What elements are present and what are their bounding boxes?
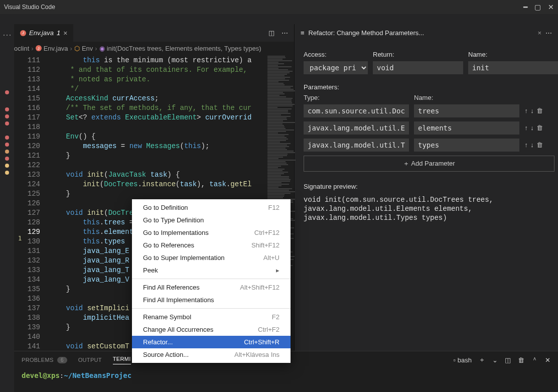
param-header-name: Name: <box>414 94 519 101</box>
context-menu-item[interactable]: Change All OccurrencesCtrl+F2 <box>132 323 291 336</box>
access-label: Access: <box>304 51 368 58</box>
new-terminal-icon[interactable]: ＋ <box>479 355 485 364</box>
delete-icon[interactable]: 🗑 <box>536 124 543 132</box>
diagnostic-dot <box>5 107 9 111</box>
tab-bar: J Env.java 1 × ◫ ⋯ <box>14 24 294 42</box>
window-controls: ━ ▢ ✕ <box>523 3 554 11</box>
more-icon[interactable]: ⋯ <box>282 29 288 37</box>
param-row: ↑↓🗑 <box>304 139 549 152</box>
diagnostic-dot <box>5 136 9 140</box>
tab-env-java[interactable]: J Env.java 1 × <box>14 24 73 42</box>
breadcrumb-item[interactable]: Env <box>82 45 93 52</box>
minimize-icon[interactable]: ━ <box>523 3 527 11</box>
breadcrumb-item[interactable]: Env.java <box>44 45 68 52</box>
delete-icon[interactable]: 🗑 <box>536 142 543 149</box>
signature-preview: void init(com.sun.source.util.DocTrees t… <box>304 195 549 222</box>
move-up-icon[interactable]: ↑ <box>524 124 528 132</box>
context-menu-item[interactable]: Go to DefinitionF12 <box>132 201 291 214</box>
dropdown-icon[interactable]: ⌄ <box>492 356 498 364</box>
breadcrumb-item[interactable]: init(DocTrees trees, Elements elements, … <box>107 45 261 52</box>
close-icon[interactable]: × <box>537 29 541 37</box>
more-icon[interactable]: ⋯ <box>3 29 12 40</box>
plus-icon: ＋ <box>403 160 409 167</box>
split-terminal-icon[interactable]: ◫ <box>505 356 511 364</box>
line-numbers: 1111121131141151161171181191201211221231… <box>14 55 49 392</box>
terminal-name[interactable]: ▫ bash <box>454 356 472 364</box>
name-label: Name: <box>468 51 558 58</box>
context-menu-item[interactable]: Rename SymbolF2 <box>132 311 291 323</box>
param-header-type: Type: <box>304 94 409 101</box>
param-name-input[interactable] <box>414 121 519 135</box>
breadcrumb-item[interactable]: oclint <box>14 45 29 52</box>
context-menu-item[interactable]: Go to ImplementationsCtrl+F12 <box>132 226 291 239</box>
context-menu-item[interactable]: Find All Implementations <box>132 294 291 306</box>
refactor-panel: ≡ Refactor: Change Method Parameters... … <box>294 24 558 392</box>
context-menu-item[interactable]: Find All ReferencesAlt+Shift+F12 <box>132 281 291 294</box>
tab-filename: Env.java <box>29 29 54 37</box>
param-row: ↑↓🗑 <box>304 121 549 135</box>
param-type-input[interactable] <box>304 104 409 117</box>
move-up-icon[interactable]: ↑ <box>524 142 528 149</box>
add-parameter-label: Add Parameter <box>411 160 455 167</box>
return-input[interactable] <box>373 61 463 74</box>
context-menu-item[interactable]: Go to Super ImplementationAlt+U <box>132 251 291 264</box>
param-row: ↑↓🗑 <box>304 104 549 117</box>
maximize-icon[interactable]: ▢ <box>534 3 541 11</box>
kill-terminal-icon[interactable]: 🗑 <box>518 356 524 364</box>
java-icon: J <box>20 30 26 36</box>
diagnostic-dot <box>5 164 9 168</box>
maximize-panel-icon[interactable]: ＾ <box>531 355 538 364</box>
context-menu-item[interactable]: Peek▸ <box>132 264 291 277</box>
menubar-spacer <box>0 14 558 24</box>
tab-problems-label: PROBLEMS <box>22 357 54 363</box>
name-input[interactable] <box>468 61 558 74</box>
context-menu-item[interactable]: Go to Type Definition <box>132 214 291 226</box>
add-parameter-button[interactable]: ＋ Add Parameter <box>304 156 554 172</box>
access-select[interactable]: package priva <box>304 61 368 74</box>
diagnostic-dot <box>5 157 9 161</box>
signature-preview-label: Signature preview: <box>304 183 549 190</box>
list-icon: ≡ <box>301 29 305 37</box>
refactor-title: Refactor: Change Method Parameters... <box>309 29 534 37</box>
editor-actions: ◫ ⋯ <box>268 29 294 37</box>
diagnostic-dot <box>5 90 9 94</box>
tab-terminal[interactable]: TERMI <box>113 356 131 364</box>
titlebar: Visual Studio Code ━ ▢ ✕ <box>0 0 558 14</box>
move-up-icon[interactable]: ↑ <box>524 107 528 115</box>
tab-problems[interactable]: PROBLEMS 6 <box>22 357 67 363</box>
split-editor-icon[interactable]: ◫ <box>268 29 274 37</box>
move-down-icon[interactable]: ↓ <box>530 107 534 115</box>
context-menu-item[interactable]: Refactor...Ctrl+Shift+R <box>132 336 291 348</box>
tab-output[interactable]: OUTPUT <box>78 357 102 363</box>
param-type-input[interactable] <box>304 121 409 135</box>
param-name-input[interactable] <box>414 139 519 152</box>
context-menu-item[interactable]: Go to ReferencesShift+F12 <box>132 239 291 251</box>
context-menu[interactable]: Go to DefinitionF12Go to Type Definition… <box>132 199 291 363</box>
breadcrumb[interactable]: oclint › J Env.java › ⬡ Env › ◉ init(Doc… <box>14 42 294 55</box>
tab-modified-indicator: 1 <box>57 29 60 37</box>
param-type-input[interactable] <box>304 139 409 152</box>
delete-icon[interactable]: 🗑 <box>536 107 543 115</box>
diagnostic-dot <box>5 114 9 118</box>
param-name-input[interactable] <box>414 104 519 117</box>
chevron-right-icon: › <box>70 45 72 52</box>
method-icon: ◉ <box>99 45 105 52</box>
move-down-icon[interactable]: ↓ <box>530 142 534 149</box>
diagnostic-dot <box>5 171 9 175</box>
terminal-path: ~/NetBeansProjec <box>64 371 131 379</box>
class-icon: ⬡ <box>74 45 80 52</box>
tab-close-icon[interactable]: × <box>63 29 67 37</box>
more-icon[interactable]: ⋯ <box>545 29 552 37</box>
glyph-margin-marker: 1 <box>18 235 22 242</box>
context-menu-item[interactable]: Source Action...Alt+Klávesa Ins <box>132 348 291 361</box>
terminal-content[interactable]: devel@xps:~/NetBeansProjec <box>14 368 558 382</box>
diagnostic-dot <box>5 150 9 154</box>
parameters-label: Parameters: <box>304 83 549 91</box>
close-icon[interactable]: ✕ <box>548 3 554 11</box>
diagnostic-dot <box>5 143 9 147</box>
glyph-dots <box>5 90 9 175</box>
close-panel-icon[interactable]: ✕ <box>545 356 550 364</box>
chevron-right-icon: › <box>95 45 97 52</box>
java-icon: J <box>36 45 42 51</box>
move-down-icon[interactable]: ↓ <box>530 124 534 132</box>
